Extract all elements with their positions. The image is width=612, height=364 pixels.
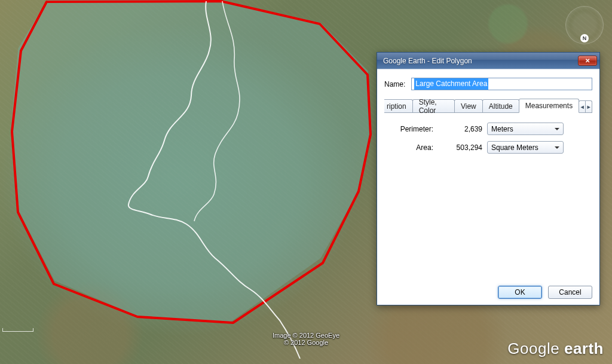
tab-view[interactable]: View xyxy=(454,99,483,112)
ok-button[interactable]: OK xyxy=(498,286,542,299)
perimeter-unit-select[interactable]: Meters xyxy=(487,123,564,135)
name-input-value: Large Catchment Area xyxy=(414,78,488,90)
name-input[interactable]: Large Catchment Area xyxy=(411,78,592,90)
cancel-button[interactable]: Cancel xyxy=(548,286,592,299)
area-unit-select[interactable]: Square Meters xyxy=(487,141,564,154)
close-icon: ✕ xyxy=(585,57,590,64)
credit-line: Image © 2012 GeoEye xyxy=(273,332,339,339)
perimeter-value: 2,639 xyxy=(440,125,487,133)
imagery-credits: Image © 2012 GeoEye © 2012 Google xyxy=(273,332,339,346)
name-label: Name: xyxy=(384,80,405,88)
google-earth-logo: Google earth xyxy=(507,339,604,358)
credit-line: © 2012 Google xyxy=(273,339,339,346)
chevron-right-icon: ► xyxy=(586,104,592,110)
dialog-title: Google Earth - Edit Polygon xyxy=(383,57,578,65)
tab-style-color[interactable]: Style, Color xyxy=(412,99,455,112)
perimeter-label: Perimeter: xyxy=(394,125,440,133)
tabs-row: ription Style, Color View Altitude Measu… xyxy=(384,99,592,113)
tab-altitude[interactable]: Altitude xyxy=(482,99,519,112)
dialog-titlebar[interactable]: Google Earth - Edit Polygon ✕ xyxy=(377,53,599,69)
tabs-scroll-left[interactable]: ◄ xyxy=(579,100,585,112)
tabs-scroll-right[interactable]: ► xyxy=(585,100,592,112)
map-viewport[interactable]: N Image © 2012 GeoEye © 2012 Google Goog… xyxy=(0,0,612,364)
tab-measurements[interactable]: Measurements xyxy=(519,99,579,113)
chevron-left-icon: ◄ xyxy=(580,104,585,110)
close-button[interactable]: ✕ xyxy=(578,56,597,66)
compass[interactable]: N xyxy=(565,6,604,44)
edit-polygon-dialog: Google Earth - Edit Polygon ✕ Name: Larg… xyxy=(377,52,600,305)
dialog-body: Name: Large Catchment Area ription Style… xyxy=(377,69,599,305)
compass-north-label: N xyxy=(580,34,589,42)
area-label: Area: xyxy=(394,143,440,152)
scale-bar xyxy=(2,328,33,332)
measurements-panel: Perimeter: 2,639 Meters Area: 503,294 Sq… xyxy=(384,113,592,154)
area-value: 503,294 xyxy=(440,143,487,152)
tab-description[interactable]: ription xyxy=(384,99,413,112)
